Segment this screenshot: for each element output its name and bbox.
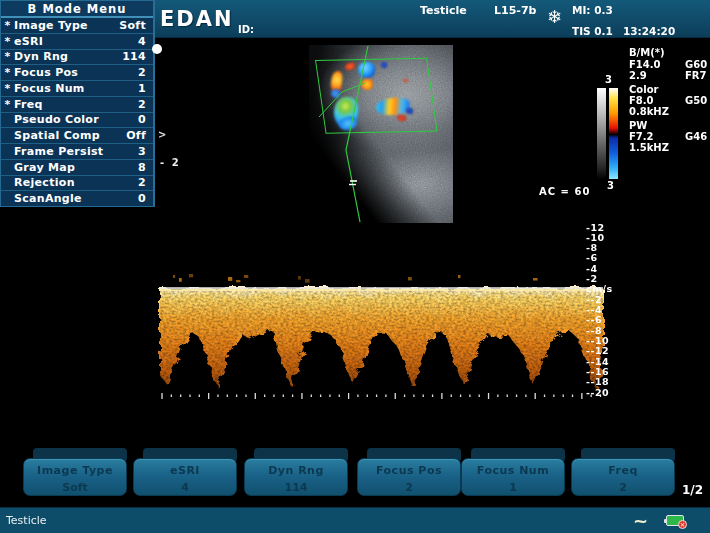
menu-item-scanangle[interactable]: ScanAngle0 bbox=[1, 190, 153, 206]
active-star-marker: * bbox=[1, 19, 14, 32]
color-title: Color bbox=[629, 84, 658, 95]
menu-title: B Mode Menu bbox=[1, 1, 153, 18]
menu-item-esri[interactable]: *eSRI4 bbox=[1, 33, 153, 49]
softkey-value: 4 bbox=[134, 481, 236, 494]
menu-item-focus-num[interactable]: *Focus Num1 bbox=[1, 80, 153, 96]
softkey-label: eSRI bbox=[134, 464, 236, 477]
b-gain: G60 bbox=[685, 59, 707, 70]
menu-item-pseudo-color[interactable]: Pseudo Color0 bbox=[1, 112, 153, 128]
menu-item-value: Soft bbox=[119, 19, 153, 32]
pw-prf: 1.5kHZ bbox=[629, 142, 669, 153]
pw-gain: G46 bbox=[685, 131, 707, 142]
menu-item-gray-map[interactable]: Gray Map8 bbox=[1, 159, 153, 175]
menu-item-label: Freq bbox=[14, 98, 43, 111]
velocity-tick-label: --20 bbox=[586, 387, 628, 398]
softkey-esri[interactable]: eSRI4 bbox=[133, 458, 237, 496]
menu-item-value: 4 bbox=[138, 35, 153, 48]
softkey-label: Image Type bbox=[24, 464, 126, 477]
menu-item-value: 0 bbox=[138, 113, 153, 126]
active-star-marker: * bbox=[1, 98, 14, 111]
softkey-freq[interactable]: Freq2 bbox=[571, 458, 675, 496]
softkey-image-type[interactable]: Image TypeSoft bbox=[23, 458, 127, 496]
menu-item-value: 3 bbox=[138, 145, 153, 158]
status-bar: Testicle ~ ✕ bbox=[0, 507, 710, 533]
menu-item-label: Rejection bbox=[14, 176, 75, 189]
color-scale-top: 3 bbox=[605, 74, 612, 85]
battery-error-badge: ✕ bbox=[678, 520, 687, 529]
menu-item-label: eSRI bbox=[14, 35, 43, 48]
menu-item-value: 0 bbox=[138, 192, 153, 205]
color-scale-bottom: 3 bbox=[607, 180, 614, 191]
softkey-value: 2 bbox=[358, 481, 460, 494]
softkey-focus-pos[interactable]: Focus Pos2 bbox=[357, 458, 461, 496]
softkey-value: Soft bbox=[24, 481, 126, 494]
menu-item-label: Focus Pos bbox=[14, 66, 78, 79]
menu-item-label: Focus Num bbox=[14, 82, 85, 95]
ac-value: AC = 60 bbox=[539, 186, 590, 197]
pw-spectrum bbox=[158, 225, 624, 405]
velocity-tick-label: --4 bbox=[586, 304, 628, 315]
softkey-page-indicator[interactable]: 1/2 bbox=[682, 483, 703, 497]
b-frequency: F14.0 bbox=[629, 59, 661, 70]
color-prf: 0.8kHZ bbox=[629, 106, 669, 117]
menu-item-frame-persist[interactable]: Frame Persist3 bbox=[1, 143, 153, 159]
menu-item-image-type[interactable]: *Image TypeSoft bbox=[1, 18, 153, 33]
patient-id-label: ID: bbox=[238, 24, 254, 35]
edan-logo: EDAN bbox=[160, 7, 234, 31]
menu-item-focus-pos[interactable]: *Focus Pos2 bbox=[1, 64, 153, 80]
b-depth: 2.9 bbox=[629, 70, 647, 81]
softkey-focus-num[interactable]: Focus Num1 bbox=[461, 458, 565, 496]
menu-item-value: 1 bbox=[138, 82, 153, 95]
exam-preset: Testicle bbox=[420, 4, 467, 17]
pw-title: PW bbox=[629, 120, 647, 131]
spectrum-noise-specks bbox=[173, 274, 538, 283]
softkey-label: Dyn Rng bbox=[245, 464, 347, 477]
menu-item-value: 2 bbox=[138, 66, 153, 79]
frame-rate: FR7 bbox=[685, 70, 707, 81]
menu-item-value: 2 bbox=[138, 98, 153, 111]
color-frequency: F8.0 bbox=[629, 95, 654, 106]
menu-rows: *Image TypeSoft*eSRI4*Dyn Rng114*Focus P… bbox=[1, 18, 153, 206]
menu-item-value: Off bbox=[126, 129, 153, 142]
menu-item-label: Pseudo Color bbox=[14, 113, 99, 126]
softkey-label: Freq bbox=[572, 464, 674, 477]
active-star-marker: * bbox=[1, 82, 14, 95]
freeze-icon: ❄ bbox=[547, 8, 562, 26]
softkey-value: 2 bbox=[572, 481, 674, 494]
probe-orientation-dot bbox=[152, 44, 162, 54]
ultrasound-screen: EDAN ID: Testicle L15-7b ❄ MI: 0.3 TIS 0… bbox=[0, 0, 710, 533]
menu-item-value: 2 bbox=[138, 176, 153, 189]
menu-item-label: ScanAngle bbox=[14, 192, 82, 205]
gray-map-bar bbox=[597, 88, 606, 179]
pw-cursor-line[interactable] bbox=[300, 40, 470, 230]
menu-item-freq[interactable]: *Freq2 bbox=[1, 96, 153, 112]
tis-value: TIS 0.1 bbox=[572, 25, 613, 37]
softkey-dyn-rng[interactable]: Dyn Rng114 bbox=[244, 458, 348, 496]
color-doppler-bar bbox=[609, 88, 618, 179]
depth-scale-mark: - 2 bbox=[160, 157, 181, 168]
softkey-value: 1 bbox=[462, 481, 564, 494]
ac-power-icon: ~ bbox=[633, 510, 648, 531]
softkey-label: Focus Num bbox=[462, 464, 564, 477]
menu-item-label: Gray Map bbox=[14, 161, 75, 174]
active-star-marker: * bbox=[1, 66, 14, 79]
menu-item-label: Frame Persist bbox=[14, 145, 103, 158]
menu-item-rejection[interactable]: Rejection2 bbox=[1, 175, 153, 191]
active-star-marker: * bbox=[1, 50, 14, 63]
menu-item-value: 8 bbox=[138, 161, 153, 174]
mi-value: MI: 0.3 bbox=[572, 4, 613, 16]
status-preset: Testicle bbox=[6, 514, 47, 527]
bm-mode-title: B/M(*) bbox=[629, 47, 665, 58]
menu-item-dyn-rng[interactable]: *Dyn Rng114 bbox=[1, 49, 153, 65]
active-star-marker: * bbox=[1, 35, 14, 48]
focus-position-marker: > bbox=[158, 129, 166, 140]
system-time: 13:24:20 bbox=[623, 25, 675, 37]
menu-item-label: Dyn Rng bbox=[14, 50, 68, 63]
probe-model: L15-7b bbox=[494, 4, 536, 17]
softkey-label: Focus Pos bbox=[358, 464, 460, 477]
battery-icon: ✕ bbox=[666, 515, 684, 526]
softkey-value: 114 bbox=[245, 481, 347, 494]
menu-item-spatial-comp[interactable]: Spatial CompOff bbox=[1, 127, 153, 143]
pw-frequency: F7.2 bbox=[629, 131, 654, 142]
color-gain: G50 bbox=[685, 95, 707, 106]
